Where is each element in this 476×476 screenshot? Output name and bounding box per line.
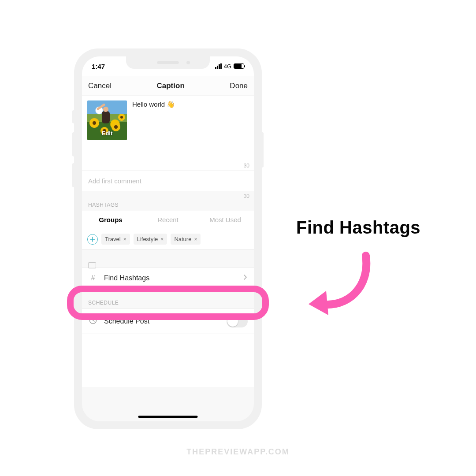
chip-remove-icon[interactable]: × [123,236,126,242]
first-comment-counter: 30 [244,193,249,199]
side-button [261,132,264,167]
done-button[interactable]: Done [230,82,248,90]
spacer [82,249,254,267]
find-hashtags-label: Find Hashtags [104,274,149,282]
status-right: 4G [215,63,244,70]
tab-most-used[interactable]: Most Used [197,211,254,229]
signal-icon [215,63,222,69]
chevron-right-icon [243,274,248,283]
hashtag-chip[interactable]: Travel × [101,234,130,245]
side-button [72,110,75,123]
caption-counter: 30 [244,163,249,169]
watermark: THEPREVIEWAPP.COM [186,447,290,457]
post-thumbnail[interactable]: Edit [87,100,127,140]
hashtags-section-header: HASHTAGS [82,191,254,211]
schedule-body [82,334,254,387]
home-indicator [138,416,198,418]
chip-label: Nature [174,236,191,242]
first-comment-input[interactable] [88,177,248,185]
add-hashtag-button[interactable] [87,234,98,245]
chip-remove-icon[interactable]: × [194,236,197,242]
nav-bar: Cancel Caption Done [82,76,254,96]
hashtag-chip[interactable]: Lifestyle × [134,234,167,245]
chip-label: Lifestyle [137,236,158,242]
page-title: Caption [157,82,185,90]
partial-element [88,262,96,268]
battery-icon [234,63,244,69]
hash-icon: # [88,274,98,283]
toggle-knob [227,316,238,327]
tab-recent[interactable]: Recent [139,211,197,229]
speaker [157,61,179,64]
clock-icon [88,316,98,327]
status-time: 1:47 [92,63,105,70]
first-comment-row[interactable] [82,171,254,191]
find-hashtags-row[interactable]: # Find Hashtags [82,267,254,289]
caption-input[interactable]: Hello world 👋 [127,100,249,166]
cancel-button[interactable]: Cancel [88,82,112,90]
schedule-section-header: SCHEDULE [82,289,254,309]
chip-label: Travel [105,236,121,242]
chip-remove-icon[interactable]: × [160,236,164,242]
annotation-arrow-icon [300,247,379,326]
notch [126,56,210,69]
edit-label[interactable]: Edit [87,130,127,137]
annotation-label: Find Hashtags [296,218,420,238]
schedule-post-row[interactable]: Schedule Post [82,309,254,334]
side-button [72,163,75,187]
network-label: 4G [224,63,231,70]
schedule-post-label: Schedule Post [104,317,149,325]
camera [186,61,190,64]
hashtag-chip[interactable]: Nature × [171,234,201,245]
hashtag-chips-row: Travel × Lifestyle × Nature × [82,229,254,249]
caption-area: Edit Hello world 👋 30 [82,96,254,171]
side-button [72,132,75,156]
schedule-toggle[interactable] [227,315,248,327]
hashtag-tabs: Groups Recent Most Used [82,211,254,229]
tab-groups[interactable]: Groups [82,211,139,229]
screen: 1:47 4G Cancel Caption Done [82,56,254,421]
phone-frame: 1:47 4G Cancel Caption Done [74,48,262,429]
